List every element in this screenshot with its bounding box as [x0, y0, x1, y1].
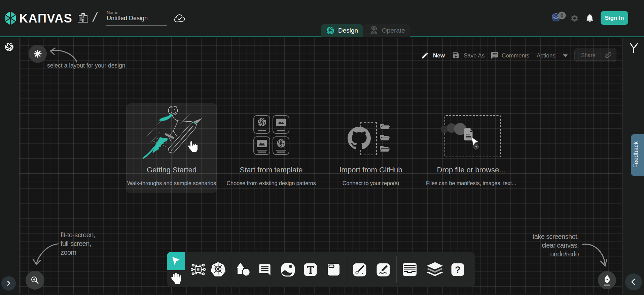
svg-text:0: 0: [560, 12, 563, 18]
svg-text:?: ?: [455, 264, 461, 275]
